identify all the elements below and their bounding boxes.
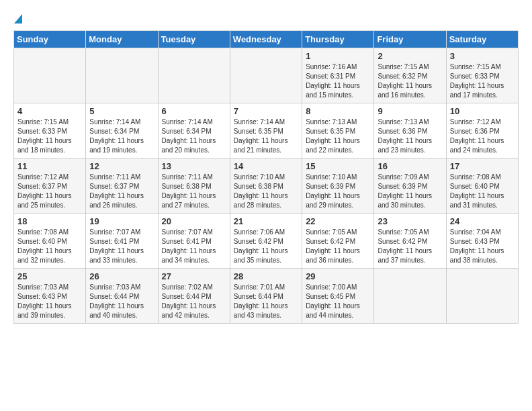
calendar-cell: 28Sunrise: 7:01 AM Sunset: 6:44 PM Dayli…	[230, 269, 302, 324]
day-header-friday: Friday	[374, 31, 446, 48]
day-info: Sunrise: 7:13 AM Sunset: 6:35 PM Dayligh…	[306, 118, 370, 155]
logo-icon	[14, 10, 22, 24]
day-info: Sunrise: 7:12 AM Sunset: 6:36 PM Dayligh…	[450, 118, 515, 155]
day-number: 12	[89, 161, 154, 171]
day-number: 2	[378, 51, 442, 61]
calendar-cell: 7Sunrise: 7:14 AM Sunset: 6:35 PM Daylig…	[230, 103, 302, 158]
day-number: 15	[306, 161, 370, 171]
day-number: 1	[306, 51, 370, 61]
calendar-cell: 5Sunrise: 7:14 AM Sunset: 6:34 PM Daylig…	[86, 103, 158, 158]
calendar-cell: 14Sunrise: 7:10 AM Sunset: 6:38 PM Dayli…	[230, 158, 302, 214]
day-info: Sunrise: 7:16 AM Sunset: 6:31 PM Dayligh…	[306, 62, 370, 100]
day-number: 17	[450, 161, 515, 171]
calendar-cell: 6Sunrise: 7:14 AM Sunset: 6:34 PM Daylig…	[158, 103, 230, 158]
day-info: Sunrise: 7:12 AM Sunset: 6:37 PM Dayligh…	[17, 173, 82, 210]
day-info: Sunrise: 7:00 AM Sunset: 6:45 PM Dayligh…	[306, 283, 370, 320]
day-info: Sunrise: 7:09 AM Sunset: 6:39 PM Dayligh…	[378, 173, 442, 210]
calendar-cell: 12Sunrise: 7:11 AM Sunset: 6:37 PM Dayli…	[86, 158, 158, 214]
day-info: Sunrise: 7:11 AM Sunset: 6:37 PM Dayligh…	[89, 173, 154, 210]
day-info: Sunrise: 7:14 AM Sunset: 6:34 PM Dayligh…	[162, 118, 226, 155]
logo	[13, 10, 22, 24]
calendar-cell: 8Sunrise: 7:13 AM Sunset: 6:35 PM Daylig…	[302, 103, 374, 158]
day-info: Sunrise: 7:03 AM Sunset: 6:44 PM Dayligh…	[89, 283, 154, 320]
day-number: 25	[17, 271, 82, 281]
calendar-cell: 22Sunrise: 7:05 AM Sunset: 6:42 PM Dayli…	[302, 214, 374, 269]
day-info: Sunrise: 7:15 AM Sunset: 6:33 PM Dayligh…	[17, 118, 82, 155]
calendar-cell: 2Sunrise: 7:15 AM Sunset: 6:32 PM Daylig…	[374, 48, 446, 103]
calendar-cell: 20Sunrise: 7:07 AM Sunset: 6:41 PM Dayli…	[158, 214, 230, 269]
calendar-cell: 27Sunrise: 7:02 AM Sunset: 6:44 PM Dayli…	[158, 269, 230, 324]
calendar-week-1: 1Sunrise: 7:16 AM Sunset: 6:31 PM Daylig…	[14, 48, 519, 103]
calendar-cell: 15Sunrise: 7:10 AM Sunset: 6:39 PM Dayli…	[302, 158, 374, 214]
calendar-cell: 4Sunrise: 7:15 AM Sunset: 6:33 PM Daylig…	[14, 103, 86, 158]
day-header-saturday: Saturday	[446, 31, 518, 48]
day-number: 23	[378, 216, 442, 226]
calendar-week-3: 11Sunrise: 7:12 AM Sunset: 6:37 PM Dayli…	[14, 158, 519, 214]
day-info: Sunrise: 7:07 AM Sunset: 6:41 PM Dayligh…	[89, 228, 154, 265]
day-info: Sunrise: 7:08 AM Sunset: 6:40 PM Dayligh…	[17, 228, 82, 265]
day-number: 13	[162, 161, 226, 171]
page: SundayMondayTuesdayWednesdayThursdayFrid…	[0, 0, 532, 330]
calendar-cell	[158, 48, 230, 103]
day-header-thursday: Thursday	[302, 31, 374, 48]
day-info: Sunrise: 7:04 AM Sunset: 6:43 PM Dayligh…	[450, 228, 515, 265]
day-info: Sunrise: 7:10 AM Sunset: 6:39 PM Dayligh…	[306, 173, 370, 210]
day-number: 28	[234, 271, 298, 281]
day-info: Sunrise: 7:14 AM Sunset: 6:35 PM Dayligh…	[234, 118, 298, 155]
day-info: Sunrise: 7:14 AM Sunset: 6:34 PM Dayligh…	[89, 118, 154, 155]
day-number: 10	[450, 106, 515, 116]
day-info: Sunrise: 7:10 AM Sunset: 6:38 PM Dayligh…	[234, 173, 298, 210]
calendar-cell: 19Sunrise: 7:07 AM Sunset: 6:41 PM Dayli…	[86, 214, 158, 269]
calendar-cell: 10Sunrise: 7:12 AM Sunset: 6:36 PM Dayli…	[446, 103, 518, 158]
day-info: Sunrise: 7:06 AM Sunset: 6:42 PM Dayligh…	[234, 228, 298, 265]
day-info: Sunrise: 7:02 AM Sunset: 6:44 PM Dayligh…	[162, 283, 226, 320]
day-number: 8	[306, 106, 370, 116]
day-number: 20	[162, 216, 226, 226]
day-info: Sunrise: 7:11 AM Sunset: 6:38 PM Dayligh…	[162, 173, 226, 210]
day-number: 18	[17, 216, 82, 226]
calendar-week-2: 4Sunrise: 7:15 AM Sunset: 6:33 PM Daylig…	[14, 103, 519, 158]
day-header-sunday: Sunday	[14, 31, 86, 48]
calendar-cell: 16Sunrise: 7:09 AM Sunset: 6:39 PM Dayli…	[374, 158, 446, 214]
calendar-cell: 1Sunrise: 7:16 AM Sunset: 6:31 PM Daylig…	[302, 48, 374, 103]
day-number: 21	[234, 216, 298, 226]
day-number: 29	[306, 271, 370, 281]
day-number: 9	[378, 106, 442, 116]
calendar-cell	[374, 269, 446, 324]
day-number: 14	[234, 161, 298, 171]
calendar-cell: 29Sunrise: 7:00 AM Sunset: 6:45 PM Dayli…	[302, 269, 374, 324]
calendar-cell	[86, 48, 158, 103]
calendar-cell: 11Sunrise: 7:12 AM Sunset: 6:37 PM Dayli…	[14, 158, 86, 214]
calendar-header-row: SundayMondayTuesdayWednesdayThursdayFrid…	[14, 31, 519, 48]
day-info: Sunrise: 7:15 AM Sunset: 6:32 PM Dayligh…	[378, 62, 442, 100]
calendar-cell: 26Sunrise: 7:03 AM Sunset: 6:44 PM Dayli…	[86, 269, 158, 324]
day-number: 6	[162, 106, 226, 116]
day-number: 19	[89, 216, 154, 226]
day-info: Sunrise: 7:07 AM Sunset: 6:41 PM Dayligh…	[162, 228, 226, 265]
day-info: Sunrise: 7:05 AM Sunset: 6:42 PM Dayligh…	[378, 228, 442, 265]
calendar-cell	[230, 48, 302, 103]
calendar-cell: 21Sunrise: 7:06 AM Sunset: 6:42 PM Dayli…	[230, 214, 302, 269]
calendar-cell	[14, 48, 86, 103]
calendar-table: SundayMondayTuesdayWednesdayThursdayFrid…	[13, 30, 519, 324]
day-number: 3	[450, 51, 515, 61]
day-number: 7	[234, 106, 298, 116]
calendar-cell: 3Sunrise: 7:15 AM Sunset: 6:33 PM Daylig…	[446, 48, 518, 103]
calendar-cell: 9Sunrise: 7:13 AM Sunset: 6:36 PM Daylig…	[374, 103, 446, 158]
header	[13, 10, 519, 24]
day-header-tuesday: Tuesday	[158, 31, 230, 48]
calendar-week-4: 18Sunrise: 7:08 AM Sunset: 6:40 PM Dayli…	[14, 214, 519, 269]
day-header-wednesday: Wednesday	[230, 31, 302, 48]
day-info: Sunrise: 7:15 AM Sunset: 6:33 PM Dayligh…	[450, 62, 515, 100]
day-info: Sunrise: 7:05 AM Sunset: 6:42 PM Dayligh…	[306, 228, 370, 265]
calendar-cell: 24Sunrise: 7:04 AM Sunset: 6:43 PM Dayli…	[446, 214, 518, 269]
calendar-cell: 17Sunrise: 7:08 AM Sunset: 6:40 PM Dayli…	[446, 158, 518, 214]
svg-marker-0	[14, 14, 22, 24]
day-number: 5	[89, 106, 154, 116]
day-number: 22	[306, 216, 370, 226]
day-number: 24	[450, 216, 515, 226]
calendar-cell	[446, 269, 518, 324]
day-number: 11	[17, 161, 82, 171]
calendar-cell: 23Sunrise: 7:05 AM Sunset: 6:42 PM Dayli…	[374, 214, 446, 269]
day-number: 26	[89, 271, 154, 281]
